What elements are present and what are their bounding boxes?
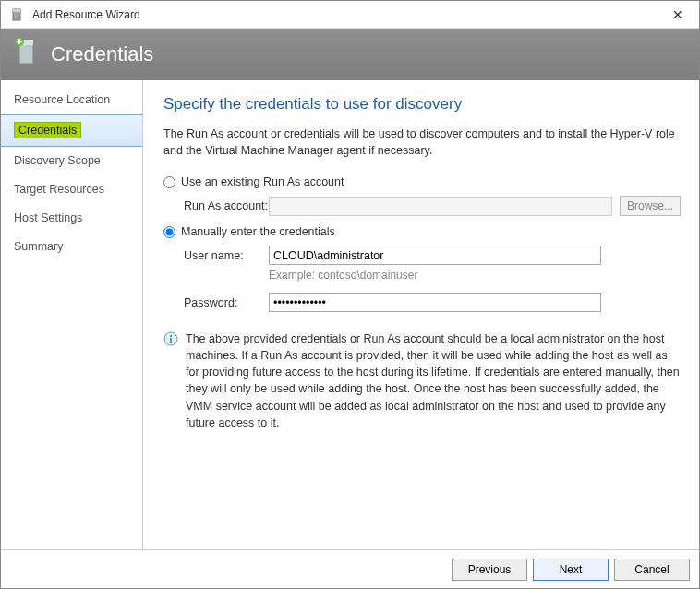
next-button[interactable]: Next bbox=[533, 559, 609, 581]
sidebar-item-summary[interactable]: Summary bbox=[1, 233, 142, 261]
sidebar-item-label: Summary bbox=[14, 240, 63, 253]
titlebar: Add Resource Wizard ✕ bbox=[1, 1, 699, 29]
app-icon bbox=[10, 7, 25, 22]
previous-button[interactable]: Previous bbox=[452, 559, 527, 581]
banner-icon bbox=[14, 36, 40, 73]
info-text: The above provided credentials or Run As… bbox=[186, 331, 681, 431]
sidebar-item-resource-location[interactable]: Resource Location bbox=[1, 86, 142, 114]
info-block: The above provided credentials or Run As… bbox=[163, 331, 681, 431]
radio-existing-label: Use an existing Run As account bbox=[181, 175, 344, 188]
svg-rect-6 bbox=[17, 41, 22, 42]
password-row: Password: bbox=[163, 293, 681, 312]
sidebar-item-host-settings[interactable]: Host Settings bbox=[1, 204, 142, 233]
window-title: Add Resource Wizard bbox=[32, 8, 664, 21]
info-icon bbox=[163, 331, 178, 346]
browse-button: Browse... bbox=[620, 196, 681, 216]
sidebar: Resource Location Credentials Discovery … bbox=[1, 80, 143, 549]
sidebar-item-label: Target Resources bbox=[14, 183, 104, 196]
sidebar-item-label: Discovery Scope bbox=[14, 154, 101, 167]
radio-existing-row: Use an existing Run As account bbox=[163, 175, 681, 188]
sidebar-item-credentials[interactable]: Credentials bbox=[1, 114, 142, 147]
svg-rect-1 bbox=[13, 9, 20, 12]
main-panel: Specify the credentials to use for disco… bbox=[143, 80, 699, 549]
sidebar-item-discovery-scope[interactable]: Discovery Scope bbox=[1, 147, 142, 175]
password-label: Password: bbox=[184, 296, 269, 309]
username-hint: Example: contoso\domainuser bbox=[163, 269, 681, 282]
svg-point-8 bbox=[170, 335, 172, 337]
sidebar-item-label: Host Settings bbox=[14, 211, 82, 224]
radio-manual-label: Manually enter the credentials bbox=[181, 225, 335, 238]
page-title: Specify the credentials to use for disco… bbox=[163, 95, 681, 114]
radio-existing[interactable] bbox=[163, 176, 175, 188]
cancel-button[interactable]: Cancel bbox=[614, 559, 690, 581]
username-label: User name: bbox=[184, 249, 269, 262]
runas-label: Run As account: bbox=[184, 199, 269, 212]
banner-title: Credentials bbox=[51, 42, 153, 66]
svg-rect-9 bbox=[170, 338, 172, 343]
page-intro: The Run As account or credentials will b… bbox=[163, 126, 681, 159]
runas-row: Run As account: Browse... bbox=[163, 196, 681, 216]
username-input[interactable] bbox=[269, 246, 601, 265]
username-row: User name: bbox=[163, 246, 681, 265]
radio-manual[interactable] bbox=[163, 226, 175, 238]
banner: Credentials bbox=[1, 29, 699, 80]
radio-manual-row: Manually enter the credentials bbox=[163, 225, 681, 238]
sidebar-item-target-resources[interactable]: Target Resources bbox=[1, 175, 142, 204]
sidebar-item-label: Resource Location bbox=[14, 93, 110, 106]
sidebar-item-label: Credentials bbox=[14, 122, 81, 138]
runas-input bbox=[269, 197, 612, 216]
footer: Previous Next Cancel bbox=[1, 549, 699, 588]
password-input[interactable] bbox=[269, 293, 601, 312]
content: Resource Location Credentials Discovery … bbox=[1, 80, 699, 549]
close-button[interactable]: ✕ bbox=[664, 7, 692, 22]
